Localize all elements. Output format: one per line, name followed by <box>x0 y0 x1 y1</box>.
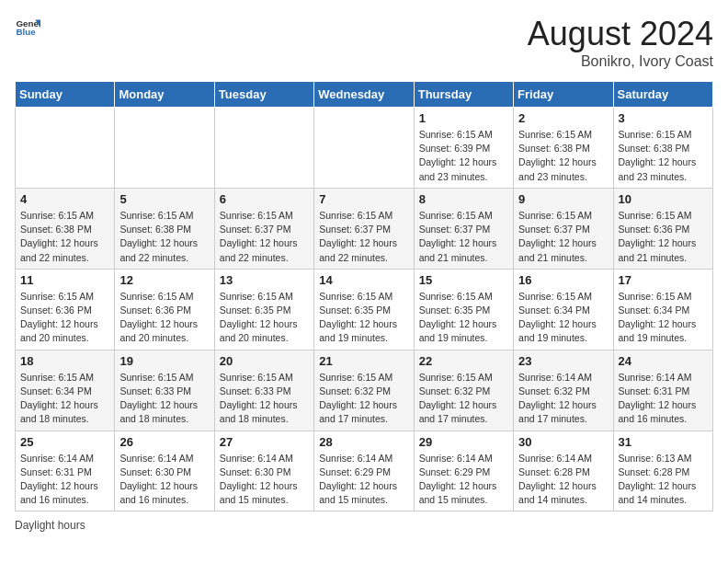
calendar-cell <box>214 108 313 189</box>
calendar: SundayMondayTuesdayWednesdayThursdayFrid… <box>15 81 713 511</box>
day-number: 23 <box>518 354 608 368</box>
day-number: 5 <box>119 192 209 206</box>
calendar-cell: 25Sunrise: 6:14 AM Sunset: 6:31 PM Dayli… <box>16 431 115 511</box>
svg-text:Blue: Blue <box>16 27 36 37</box>
calendar-cell <box>16 108 115 189</box>
weekday-header-tuesday: Tuesday <box>214 82 313 108</box>
calendar-cell: 17Sunrise: 6:15 AM Sunset: 6:34 PM Dayli… <box>613 269 712 350</box>
day-info: Sunrise: 6:15 AM Sunset: 6:37 PM Dayligh… <box>518 209 608 265</box>
calendar-cell: 30Sunrise: 6:14 AM Sunset: 6:28 PM Dayli… <box>514 431 613 511</box>
day-info: Sunrise: 6:15 AM Sunset: 6:34 PM Dayligh… <box>518 290 608 346</box>
day-number: 22 <box>419 354 508 368</box>
calendar-cell: 21Sunrise: 6:15 AM Sunset: 6:32 PM Dayli… <box>314 350 414 431</box>
day-info: Sunrise: 6:15 AM Sunset: 6:37 PM Dayligh… <box>319 209 408 265</box>
day-number: 19 <box>119 354 209 368</box>
calendar-cell: 8Sunrise: 6:15 AM Sunset: 6:37 PM Daylig… <box>414 188 513 269</box>
calendar-cell: 11Sunrise: 6:15 AM Sunset: 6:36 PM Dayli… <box>16 269 115 350</box>
day-info: Sunrise: 6:15 AM Sunset: 6:36 PM Dayligh… <box>619 209 708 265</box>
day-number: 13 <box>220 273 309 287</box>
calendar-cell: 10Sunrise: 6:15 AM Sunset: 6:36 PM Dayli… <box>613 188 712 269</box>
calendar-cell: 6Sunrise: 6:15 AM Sunset: 6:37 PM Daylig… <box>214 188 313 269</box>
weekday-header-friday: Friday <box>514 82 613 108</box>
calendar-cell: 7Sunrise: 6:15 AM Sunset: 6:37 PM Daylig… <box>314 188 414 269</box>
calendar-cell: 2Sunrise: 6:15 AM Sunset: 6:38 PM Daylig… <box>514 108 613 189</box>
calendar-cell: 4Sunrise: 6:15 AM Sunset: 6:38 PM Daylig… <box>16 188 115 269</box>
day-info: Sunrise: 6:15 AM Sunset: 6:33 PM Dayligh… <box>119 371 209 427</box>
day-info: Sunrise: 6:15 AM Sunset: 6:34 PM Dayligh… <box>20 371 109 427</box>
day-info: Sunrise: 6:15 AM Sunset: 6:39 PM Dayligh… <box>419 128 508 184</box>
day-info: Sunrise: 6:15 AM Sunset: 6:37 PM Dayligh… <box>419 209 508 265</box>
weekday-header-wednesday: Wednesday <box>314 82 414 108</box>
day-number: 7 <box>319 192 408 206</box>
day-number: 3 <box>619 111 708 125</box>
calendar-cell: 22Sunrise: 6:15 AM Sunset: 6:32 PM Dayli… <box>414 350 513 431</box>
calendar-cell: 20Sunrise: 6:15 AM Sunset: 6:33 PM Dayli… <box>214 350 313 431</box>
day-number: 18 <box>20 354 109 368</box>
day-number: 27 <box>220 435 309 449</box>
calendar-cell: 24Sunrise: 6:14 AM Sunset: 6:31 PM Dayli… <box>613 350 712 431</box>
week-row-3: 11Sunrise: 6:15 AM Sunset: 6:36 PM Dayli… <box>16 269 713 350</box>
calendar-cell: 23Sunrise: 6:14 AM Sunset: 6:32 PM Dayli… <box>514 350 613 431</box>
title-area: August 2024 Bonikro, Ivory Coast <box>528 15 713 70</box>
day-info: Sunrise: 6:14 AM Sunset: 6:29 PM Dayligh… <box>319 452 408 508</box>
day-number: 14 <box>319 273 408 287</box>
weekday-header-saturday: Saturday <box>613 82 712 108</box>
day-info: Sunrise: 6:15 AM Sunset: 6:35 PM Dayligh… <box>419 290 508 346</box>
day-number: 28 <box>319 435 408 449</box>
day-info: Sunrise: 6:14 AM Sunset: 6:29 PM Dayligh… <box>419 452 508 508</box>
calendar-cell <box>115 108 214 189</box>
location: Bonikro, Ivory Coast <box>528 53 713 70</box>
calendar-cell: 13Sunrise: 6:15 AM Sunset: 6:35 PM Dayli… <box>214 269 313 350</box>
day-number: 8 <box>419 192 508 206</box>
day-info: Sunrise: 6:15 AM Sunset: 6:35 PM Dayligh… <box>319 290 408 346</box>
calendar-cell: 9Sunrise: 6:15 AM Sunset: 6:37 PM Daylig… <box>514 188 613 269</box>
day-info: Sunrise: 6:15 AM Sunset: 6:38 PM Dayligh… <box>119 209 209 265</box>
day-number: 12 <box>119 273 209 287</box>
month-year: August 2024 <box>528 15 713 53</box>
logo: General Blue <box>15 15 40 40</box>
day-info: Sunrise: 6:15 AM Sunset: 6:33 PM Dayligh… <box>220 371 309 427</box>
calendar-cell: 15Sunrise: 6:15 AM Sunset: 6:35 PM Dayli… <box>414 269 513 350</box>
day-info: Sunrise: 6:15 AM Sunset: 6:35 PM Dayligh… <box>220 290 309 346</box>
day-info: Sunrise: 6:15 AM Sunset: 6:36 PM Dayligh… <box>119 290 209 346</box>
day-number: 16 <box>518 273 608 287</box>
daylight-hours-label: Daylight hours <box>15 519 85 532</box>
weekday-header-monday: Monday <box>115 82 214 108</box>
calendar-cell: 26Sunrise: 6:14 AM Sunset: 6:30 PM Dayli… <box>115 431 214 511</box>
day-info: Sunrise: 6:15 AM Sunset: 6:34 PM Dayligh… <box>619 290 708 346</box>
day-number: 25 <box>20 435 109 449</box>
calendar-cell: 28Sunrise: 6:14 AM Sunset: 6:29 PM Dayli… <box>314 431 414 511</box>
day-info: Sunrise: 6:15 AM Sunset: 6:37 PM Dayligh… <box>220 209 309 265</box>
day-info: Sunrise: 6:15 AM Sunset: 6:38 PM Dayligh… <box>20 209 109 265</box>
week-row-2: 4Sunrise: 6:15 AM Sunset: 6:38 PM Daylig… <box>16 188 713 269</box>
day-info: Sunrise: 6:14 AM Sunset: 6:31 PM Dayligh… <box>20 452 109 508</box>
day-number: 30 <box>518 435 608 449</box>
day-number: 11 <box>20 273 109 287</box>
day-number: 31 <box>619 435 708 449</box>
day-number: 15 <box>419 273 508 287</box>
day-info: Sunrise: 6:14 AM Sunset: 6:28 PM Dayligh… <box>518 452 608 508</box>
day-number: 24 <box>619 354 708 368</box>
calendar-cell: 19Sunrise: 6:15 AM Sunset: 6:33 PM Dayli… <box>115 350 214 431</box>
day-info: Sunrise: 6:13 AM Sunset: 6:28 PM Dayligh… <box>619 452 708 508</box>
day-number: 9 <box>518 192 608 206</box>
weekday-header-sunday: Sunday <box>16 82 115 108</box>
day-info: Sunrise: 6:15 AM Sunset: 6:36 PM Dayligh… <box>20 290 109 346</box>
calendar-cell: 16Sunrise: 6:15 AM Sunset: 6:34 PM Dayli… <box>514 269 613 350</box>
week-row-5: 25Sunrise: 6:14 AM Sunset: 6:31 PM Dayli… <box>16 431 713 511</box>
calendar-cell: 27Sunrise: 6:14 AM Sunset: 6:30 PM Dayli… <box>214 431 313 511</box>
calendar-cell: 31Sunrise: 6:13 AM Sunset: 6:28 PM Dayli… <box>613 431 712 511</box>
day-number: 4 <box>20 192 109 206</box>
day-info: Sunrise: 6:15 AM Sunset: 6:38 PM Dayligh… <box>619 128 708 184</box>
header: General Blue August 2024 Bonikro, Ivory … <box>15 15 713 70</box>
calendar-cell: 3Sunrise: 6:15 AM Sunset: 6:38 PM Daylig… <box>613 108 712 189</box>
day-number: 26 <box>119 435 209 449</box>
week-row-1: 1Sunrise: 6:15 AM Sunset: 6:39 PM Daylig… <box>16 108 713 189</box>
day-number: 21 <box>319 354 408 368</box>
calendar-cell: 14Sunrise: 6:15 AM Sunset: 6:35 PM Dayli… <box>314 269 414 350</box>
calendar-cell: 1Sunrise: 6:15 AM Sunset: 6:39 PM Daylig… <box>414 108 513 189</box>
weekday-header-thursday: Thursday <box>414 82 513 108</box>
calendar-cell: 12Sunrise: 6:15 AM Sunset: 6:36 PM Dayli… <box>115 269 214 350</box>
week-row-4: 18Sunrise: 6:15 AM Sunset: 6:34 PM Dayli… <box>16 350 713 431</box>
calendar-cell: 5Sunrise: 6:15 AM Sunset: 6:38 PM Daylig… <box>115 188 214 269</box>
